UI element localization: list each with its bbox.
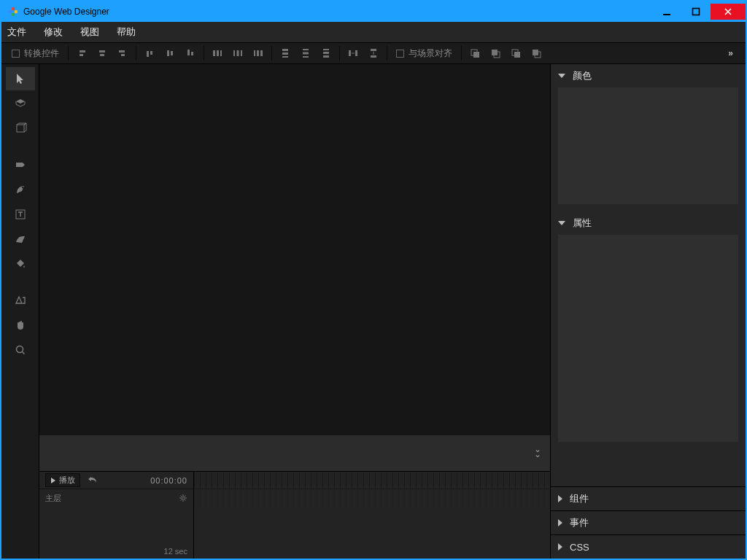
stage-canvas[interactable] (39, 64, 550, 435)
panel-components-label: 组件 (570, 492, 589, 505)
menu-help[interactable]: 帮助 (117, 26, 136, 39)
timeline-ruler[interactable] (194, 472, 550, 489)
toolbox (1, 64, 39, 559)
main-area: ⌄⌄ 播放 00:00:00 主 (1, 64, 746, 559)
center-column: ⌄⌄ 播放 00:00:00 主 (39, 64, 550, 559)
svg-rect-12 (254, 50, 255, 56)
svg-rect-17 (282, 56, 288, 58)
menu-file[interactable]: 文件 (7, 26, 26, 39)
panel-components-header[interactable]: 组件 (551, 487, 746, 510)
svg-rect-15 (282, 49, 288, 51)
timeline-controls: 播放 00:00:00 主层 12 sec (39, 472, 194, 559)
svg-rect-6 (213, 50, 215, 56)
svg-rect-11 (241, 50, 242, 56)
panel-collapse-bar[interactable]: ⌄⌄ (39, 446, 550, 471)
distribute-vcenter-icon[interactable] (295, 44, 316, 62)
svg-point-1 (15, 10, 18, 14)
timeline-layer-row[interactable]: 主层 (39, 489, 193, 507)
text-tool[interactable] (6, 203, 35, 226)
window-close-button[interactable] (711, 4, 746, 20)
distribute-bottom-icon[interactable] (316, 44, 336, 62)
menu-edit[interactable]: 修改 (44, 26, 63, 39)
panel-properties-body[interactable] (558, 235, 738, 442)
align-hcenter-icon[interactable] (92, 44, 112, 62)
window-minimize-button[interactable] (652, 4, 681, 20)
timeline-lane[interactable] (194, 489, 550, 507)
align-right-icon[interactable] (112, 44, 133, 62)
shape-tool[interactable] (6, 228, 35, 251)
distribute-top-icon[interactable] (275, 44, 295, 62)
align-bottom-icon[interactable] (180, 44, 201, 62)
svg-rect-7 (217, 50, 219, 56)
checkbox-icon (396, 50, 404, 58)
svg-rect-10 (237, 50, 239, 56)
svg-rect-25 (355, 50, 357, 56)
timeline-play-button[interactable]: 播放 (45, 473, 80, 487)
align-stage-label: 与场景对齐 (409, 47, 452, 60)
svg-rect-19 (303, 52, 309, 55)
convert-control-checkbox[interactable]: 转换控件 (6, 47, 65, 60)
right-panels: 颜色 属性 组件 事件 CSS (550, 64, 746, 559)
3d-translate-tool[interactable] (6, 117, 35, 140)
titlebar[interactable]: Google Web Designer (1, 1, 746, 22)
bring-forward-icon[interactable] (485, 44, 506, 62)
space-v-icon[interactable] (363, 44, 384, 62)
svg-rect-21 (323, 49, 329, 50)
fill-tool[interactable] (6, 252, 35, 276)
send-back-icon[interactable] (526, 44, 546, 62)
send-backward-icon[interactable] (506, 44, 526, 62)
panel-color-header[interactable]: 颜色 (551, 64, 746, 88)
svg-rect-33 (512, 50, 518, 55)
panel-css-header[interactable]: CSS (551, 535, 746, 559)
chevron-right-icon (558, 495, 562, 502)
panel-css-label: CSS (570, 542, 589, 553)
canvas-scrollbar[interactable] (39, 435, 550, 446)
svg-point-40 (182, 497, 185, 499)
menu-view[interactable]: 视图 (80, 26, 99, 39)
panel-color-body[interactable] (558, 88, 738, 204)
svg-rect-27 (371, 55, 376, 58)
options-overflow-button[interactable]: » (721, 48, 741, 58)
align-left-icon[interactable] (71, 44, 92, 62)
timeline-time: 00:00:00 (150, 476, 187, 485)
options-bar: 转换控件 与场景对齐 (1, 42, 746, 64)
distribute-left-icon[interactable] (207, 44, 228, 62)
bring-front-icon[interactable] (465, 44, 485, 62)
svg-rect-5 (693, 9, 700, 15)
play-icon (50, 478, 56, 483)
svg-rect-9 (233, 50, 235, 56)
align-vcenter-icon[interactable] (160, 44, 180, 62)
timeline-undo-button[interactable] (88, 476, 98, 485)
svg-rect-16 (282, 52, 288, 55)
svg-point-0 (12, 7, 15, 11)
window-maximize-button[interactable] (681, 4, 711, 20)
distribute-hcenter-icon[interactable] (228, 44, 248, 62)
component-tool[interactable] (6, 289, 35, 312)
distribute-right-icon[interactable] (248, 44, 268, 62)
svg-rect-30 (492, 50, 498, 55)
svg-rect-36 (17, 125, 24, 132)
panel-properties-header[interactable]: 属性 (551, 211, 746, 235)
timeline-panel: 播放 00:00:00 主层 12 sec (39, 471, 550, 559)
select-tool[interactable] (6, 67, 35, 90)
align-top-icon[interactable] (139, 44, 160, 62)
3d-rotate-tool[interactable] (6, 92, 35, 115)
timeline-track-area[interactable] (194, 472, 550, 559)
svg-rect-35 (533, 50, 538, 55)
chevron-down-icon (558, 221, 565, 225)
svg-rect-13 (257, 50, 259, 56)
panel-events-header[interactable]: 事件 (551, 511, 746, 534)
app-logo-icon (7, 6, 19, 18)
space-h-icon[interactable] (343, 44, 363, 62)
pen-tool[interactable] (6, 178, 35, 201)
svg-rect-14 (260, 50, 263, 56)
hand-tool[interactable] (6, 314, 35, 337)
chevron-down-icon (558, 74, 565, 78)
align-stage-checkbox[interactable]: 与场景对齐 (390, 47, 458, 60)
window-title: Google Web Designer (23, 7, 109, 17)
svg-rect-34 (535, 52, 541, 58)
zoom-tool[interactable] (6, 338, 35, 362)
gear-icon[interactable] (179, 494, 187, 502)
svg-rect-23 (323, 55, 329, 58)
tag-tool[interactable] (6, 153, 35, 176)
